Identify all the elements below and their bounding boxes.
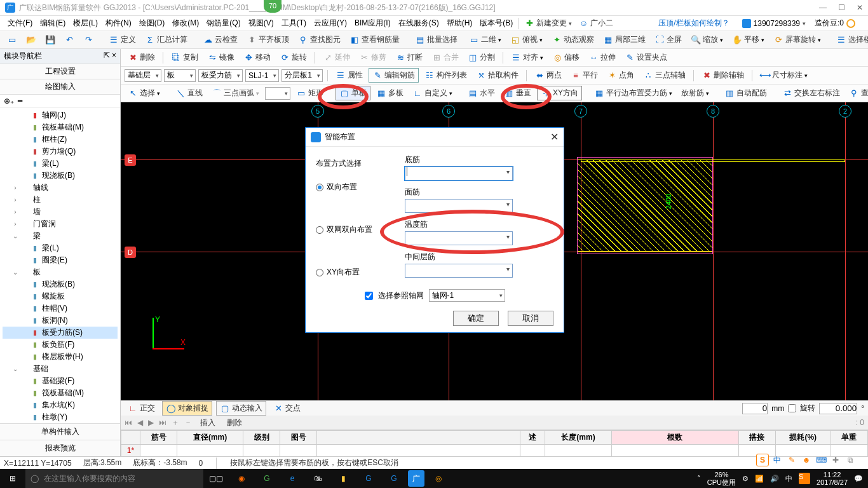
row-header[interactable]: 1* <box>121 445 140 457</box>
staff-button[interactable]: ☺广小二 <box>575 17 616 30</box>
undo-icon[interactable]: ↶ <box>61 34 78 46</box>
tray-notifications-icon[interactable]: 💬 <box>854 475 863 483</box>
taskbar-store[interactable]: 🛍 <box>305 469 330 488</box>
taskbar-edge[interactable]: e <box>280 469 305 488</box>
mirror-button[interactable]: ⇋镜像 <box>204 51 238 64</box>
type-combo[interactable]: 板 <box>164 69 196 82</box>
tree-node[interactable]: ⌄板 <box>3 266 118 278</box>
rotate-button[interactable]: ⟳旋转 <box>276 51 310 64</box>
select-floor-button[interactable]: ☰选择楼层 <box>833 33 868 46</box>
trim-button[interactable]: ✂修剪 <box>356 51 390 64</box>
multi-slab-button[interactable]: ▦多板 <box>373 86 407 100</box>
move-button[interactable]: ✥移动 <box>240 51 274 64</box>
tab-project-settings[interactable]: 工程设置 <box>0 64 120 79</box>
tree-node[interactable]: ▮梁(L) <box>3 158 118 170</box>
combo-mid-bar[interactable] <box>405 264 513 278</box>
nav-add-icon[interactable]: ＋ <box>172 417 179 428</box>
col-dia[interactable]: 直径(mm) <box>177 431 243 445</box>
tree-node[interactable]: ⌄基础 <box>3 363 118 375</box>
ime-float-bar[interactable]: S 中 ✎ ☻ ⌨ ✚ ⧉ <box>756 454 857 466</box>
tree-node[interactable]: ⌄梁 <box>3 230 118 242</box>
tree-node[interactable]: ›轴线 <box>3 182 118 194</box>
taskbar-app[interactable]: G <box>381 469 407 488</box>
tray-sogou-icon[interactable]: S <box>799 473 810 484</box>
merge-button[interactable]: ⊞合并 <box>428 51 462 64</box>
nav-first-icon[interactable]: ⏮ <box>125 418 132 427</box>
pan-button[interactable]: ✋平移▾ <box>729 33 768 46</box>
tray-network-icon[interactable]: ⚙ <box>742 475 749 483</box>
fullscreen-button[interactable]: ⛶全屏 <box>651 33 685 46</box>
stretch-button[interactable]: ↔拉伸 <box>585 51 619 64</box>
floor-combo[interactable]: 基础层 <box>125 69 161 82</box>
dimension-button[interactable]: ⟷尺寸标注▾ <box>757 69 811 82</box>
panel-pin-icon[interactable]: ⇱ × <box>104 51 116 62</box>
zoom-button[interactable]: 🔍缩放▾ <box>688 33 726 46</box>
tree-node[interactable]: ›柱 <box>3 194 118 206</box>
menu-member[interactable]: 构件(N) <box>102 17 135 30</box>
radio-bidir[interactable]: 双向布置 <box>316 182 392 193</box>
notification-badge[interactable]: 70 <box>264 0 281 13</box>
tree-node[interactable]: ▮筏板基础(M) <box>3 121 118 133</box>
open-icon[interactable]: 📂 <box>23 34 39 46</box>
nav-last-icon[interactable]: ⏭ <box>159 418 166 427</box>
tree-collapse-icon[interactable]: ━ <box>18 97 22 105</box>
menu-version[interactable]: 版本号(B) <box>476 17 517 30</box>
tree-node[interactable]: ▮板负筋(F) <box>3 339 118 351</box>
new-file-icon[interactable]: ▭ <box>4 34 20 46</box>
tray-cpu[interactable]: 26%CPU使用 <box>707 471 736 486</box>
tree-node[interactable]: ▮圈梁(E) <box>3 254 118 266</box>
menu-bim[interactable]: BIM应用(I) <box>351 17 395 30</box>
three-point-aux-button[interactable]: ∴三点辅轴 <box>640 69 689 82</box>
ref-grid-checkbox[interactable] <box>365 292 373 300</box>
nav-prev-icon[interactable]: ◀ <box>137 418 143 427</box>
combo-temp-bar[interactable] <box>405 231 513 245</box>
close-button[interactable]: ✕ <box>857 3 863 12</box>
tree-node[interactable]: ▮板受力筋(S) <box>3 327 118 339</box>
tray-volume-icon[interactable]: 🔊 <box>770 475 779 483</box>
nav-next-icon[interactable]: ▶ <box>148 418 154 427</box>
ortho-toggle[interactable]: ∟正交 <box>125 402 158 415</box>
member-list-button[interactable]: ☷构件列表 <box>421 69 470 82</box>
cancel-button[interactable]: 取消 <box>508 311 553 326</box>
tree-node[interactable]: ›门窗洞 <box>3 218 118 230</box>
nav-remove-icon[interactable]: － <box>184 417 192 428</box>
tree-expand-icon[interactable]: ⊕₊ <box>4 97 14 105</box>
break-button[interactable]: ≋打断 <box>392 51 426 64</box>
delete-row-button[interactable]: 删除 <box>224 416 245 430</box>
pick-member-button[interactable]: ⤧拾取构件 <box>473 69 522 82</box>
tree-node[interactable]: ▮筏板基础(M) <box>3 387 118 399</box>
member-combo[interactable]: SLJ-1 <box>245 69 279 82</box>
menu-rebar[interactable]: 钢筋量(Q) <box>203 17 244 30</box>
radial-rebar-button[interactable]: 放射筋▾ <box>678 86 712 100</box>
offset-input[interactable] <box>742 403 768 414</box>
tab-draw-input[interactable]: 绘图输入 <box>0 79 120 95</box>
rotate-input[interactable] <box>819 403 857 414</box>
copy-button[interactable]: ⿻复制 <box>168 51 201 64</box>
menu-cloud[interactable]: 云应用(Y) <box>310 17 351 30</box>
select-tool-button[interactable]: ↖选择▾ <box>125 86 163 100</box>
taskbar-app[interactable]: ◉ <box>229 469 254 488</box>
xy-direction-button[interactable]: ⊹XY方向 <box>537 86 582 100</box>
linetype-combo[interactable] <box>265 87 290 100</box>
menu-draw[interactable]: 绘图(D) <box>135 17 169 30</box>
windows-taskbar[interactable]: ⊞ ◯在这里输入你要搜索的内容 ▢▢ ◉ G e 🛍 ▮ G G 广 ◎ ˄ 2… <box>0 469 868 488</box>
extend-button[interactable]: ⤢延伸 <box>320 51 353 64</box>
top-view-button[interactable]: ◱俯视▾ <box>507 33 546 46</box>
new-change-button[interactable]: ✚新建变更▾ <box>521 17 575 30</box>
edit-rebar-button[interactable]: ✎编辑钢筋 <box>369 68 419 83</box>
tree-node[interactable]: ›墙 <box>3 206 118 218</box>
tray-clock[interactable]: 11:222017/8/27 <box>817 471 848 486</box>
col-desc[interactable]: 述 <box>520 431 545 445</box>
align-top-button[interactable]: ⬍平齐板顶 <box>243 33 292 46</box>
start-button[interactable]: ⊞ <box>0 469 25 488</box>
delete-aux-button[interactable]: ✖删除辅轴 <box>698 69 747 82</box>
line-tool-button[interactable]: ＼直线 <box>172 86 206 100</box>
rect-tool-button[interactable]: ▭矩形 <box>293 86 327 100</box>
delete-button[interactable]: ✖删除 <box>125 51 158 64</box>
swap-labels-button[interactable]: ⇄交换左右标注 <box>779 86 843 100</box>
sum-button[interactable]: Σ汇总计算 <box>142 33 191 46</box>
col-length[interactable]: 长度(mm) <box>545 431 611 445</box>
point-angle-button[interactable]: ✶点角 <box>604 69 637 82</box>
combo-top-bar[interactable] <box>405 199 513 213</box>
insert-row-button[interactable]: 插入 <box>197 416 219 430</box>
